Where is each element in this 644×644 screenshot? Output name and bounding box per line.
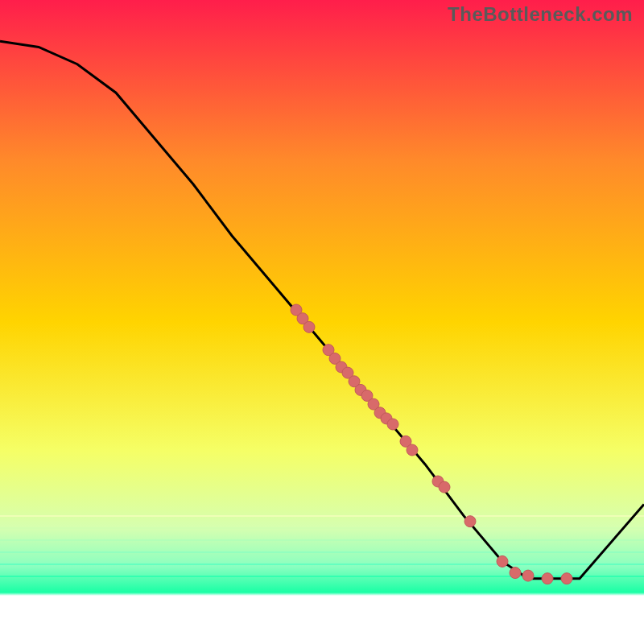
data-point [407, 444, 418, 456]
data-point [561, 573, 572, 584]
data-point [542, 573, 553, 584]
data-point [497, 555, 508, 567]
bottleneck-curve [0, 41, 644, 578]
chart-container: TheBottleneck.com [0, 0, 644, 644]
data-point [522, 570, 534, 581]
data-point [303, 321, 315, 332]
data-points [291, 304, 572, 584]
chart-svg [0, 0, 644, 644]
data-point [510, 568, 521, 579]
data-point [464, 516, 476, 527]
data-point [439, 481, 450, 493]
data-point [387, 419, 398, 430]
